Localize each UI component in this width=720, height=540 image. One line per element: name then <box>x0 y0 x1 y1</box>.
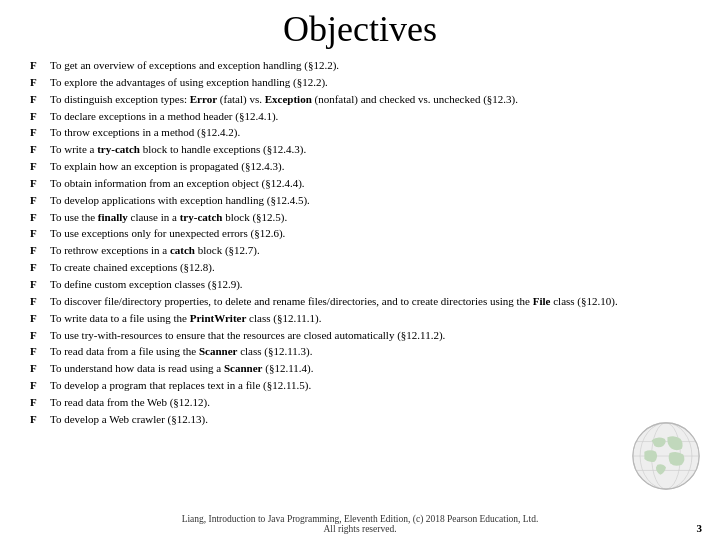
item-text: To develop applications with exception h… <box>50 193 690 208</box>
item-text: To explore the advantages of using excep… <box>50 75 690 90</box>
item-text: To obtain information from an exception … <box>50 176 690 191</box>
item-text: To write a try-catch block to handle exc… <box>50 142 690 157</box>
item-text: To understand how data is read using a S… <box>50 361 690 376</box>
item-text: To use try-with-resources to ensure that… <box>50 328 690 343</box>
list-item: FTo develop a Web crawler (§12.13). <box>30 412 690 427</box>
item-text: To develop a program that replaces text … <box>50 378 690 393</box>
page-number: 3 <box>697 522 703 534</box>
item-text: To get an overview of exceptions and exc… <box>50 58 690 73</box>
list-item: FTo develop applications with exception … <box>30 193 690 208</box>
bullet-icon: F <box>30 210 48 225</box>
bullet-icon: F <box>30 125 48 140</box>
list-item: FTo explain how an exception is propagat… <box>30 159 690 174</box>
list-item: FTo get an overview of exceptions and ex… <box>30 58 690 73</box>
bullet-icon: F <box>30 412 48 427</box>
item-text: To read data from a file using the Scann… <box>50 344 690 359</box>
footer-line2: All rights reserved. <box>0 524 720 534</box>
list-item: FTo define custom exception classes (§12… <box>30 277 690 292</box>
bullet-icon: F <box>30 344 48 359</box>
footer-line1: Liang, Introduction to Java Programming,… <box>0 514 720 524</box>
footer: Liang, Introduction to Java Programming,… <box>0 514 720 534</box>
list-item: FTo use the finally clause in a try-catc… <box>30 210 690 225</box>
bullet-icon: F <box>30 75 48 90</box>
list-item: FTo write data to a file using the Print… <box>30 311 690 326</box>
list-item: FTo write a try-catch block to handle ex… <box>30 142 690 157</box>
bullet-icon: F <box>30 92 48 107</box>
bullet-icon: F <box>30 243 48 258</box>
list-item: FTo read data from a file using the Scan… <box>30 344 690 359</box>
bullet-icon: F <box>30 109 48 124</box>
bullet-icon: F <box>30 294 48 309</box>
bullet-icon: F <box>30 395 48 410</box>
item-text: To discover file/directory properties, t… <box>50 294 690 309</box>
bullet-icon: F <box>30 142 48 157</box>
list-item: FTo read data from the Web (§12.12). <box>30 395 690 410</box>
bullet-icon: F <box>30 260 48 275</box>
bullet-icon: F <box>30 378 48 393</box>
bullet-icon: F <box>30 328 48 343</box>
item-text: To rethrow exceptions in a catch block (… <box>50 243 690 258</box>
page: Objectives FTo get an overview of except… <box>0 0 720 540</box>
item-text: To read data from the Web (§12.12). <box>50 395 690 410</box>
bullet-icon: F <box>30 159 48 174</box>
item-text: To define custom exception classes (§12.… <box>50 277 690 292</box>
item-text: To distinguish exception types: Error (f… <box>50 92 690 107</box>
list-item: FTo use exceptions only for unexpected e… <box>30 226 690 241</box>
list-item: FTo declare exceptions in a method heade… <box>30 109 690 124</box>
list-item: FTo develop a program that replaces text… <box>30 378 690 393</box>
bullet-icon: F <box>30 311 48 326</box>
list-item: FTo use try-with-resources to ensure tha… <box>30 328 690 343</box>
list-item: FTo obtain information from an exception… <box>30 176 690 191</box>
bullet-icon: F <box>30 176 48 191</box>
globe-icon <box>630 420 702 492</box>
bullet-icon: F <box>30 58 48 73</box>
bullet-icon: F <box>30 277 48 292</box>
item-text: To declare exceptions in a method header… <box>50 109 690 124</box>
list-item: FTo discover file/directory properties, … <box>30 294 690 309</box>
list-item: FTo create chained exceptions (§12.8). <box>30 260 690 275</box>
objectives-list: FTo get an overview of exceptions and ex… <box>30 58 690 427</box>
bullet-icon: F <box>30 226 48 241</box>
item-text: To throw exceptions in a method (§12.4.2… <box>50 125 690 140</box>
item-text: To develop a Web crawler (§12.13). <box>50 412 690 427</box>
bullet-icon: F <box>30 193 48 208</box>
list-item: FTo explore the advantages of using exce… <box>30 75 690 90</box>
item-text: To use the finally clause in a try-catch… <box>50 210 690 225</box>
item-text: To use exceptions only for unexpected er… <box>50 226 690 241</box>
list-item: FTo rethrow exceptions in a catch block … <box>30 243 690 258</box>
list-item: FTo distinguish exception types: Error (… <box>30 92 690 107</box>
item-text: To create chained exceptions (§12.8). <box>50 260 690 275</box>
item-text: To write data to a file using the PrintW… <box>50 311 690 326</box>
item-text: To explain how an exception is propagate… <box>50 159 690 174</box>
list-item: FTo throw exceptions in a method (§12.4.… <box>30 125 690 140</box>
list-item: FTo understand how data is read using a … <box>30 361 690 376</box>
bullet-icon: F <box>30 361 48 376</box>
page-title: Objectives <box>30 8 690 50</box>
